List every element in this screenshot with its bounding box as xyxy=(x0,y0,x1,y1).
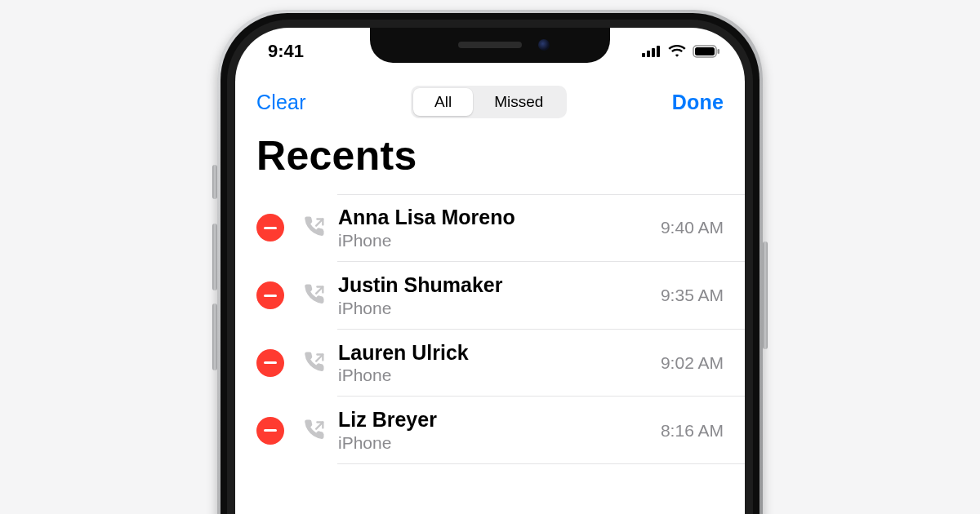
outgoing-call-icon xyxy=(302,352,328,374)
battery-icon xyxy=(693,45,720,58)
done-button[interactable]: Done xyxy=(672,91,724,114)
outgoing-call-icon xyxy=(302,284,328,307)
svg-rect-6 xyxy=(718,49,720,54)
call-row[interactable]: Anna Lisa Moreno iPhone 9:40 AM xyxy=(235,194,745,262)
status-indicators xyxy=(642,45,720,58)
volume-up-button[interactable] xyxy=(212,224,217,290)
volume-down-button[interactable] xyxy=(212,304,217,370)
call-line: iPhone xyxy=(338,231,651,250)
status-time: 9:41 xyxy=(268,41,304,62)
earpiece-speaker xyxy=(458,42,522,48)
wifi-icon xyxy=(668,45,686,58)
cellular-signal-icon xyxy=(642,46,662,57)
navigation-bar: Clear All Missed Done xyxy=(235,78,745,126)
screen: 9:41 Clear All Missed xyxy=(235,28,745,514)
caller-name: Lauren Ulrick xyxy=(338,341,651,365)
call-line: iPhone xyxy=(338,433,651,453)
call-row[interactable]: Justin Shumaker iPhone 9:35 AM xyxy=(235,262,745,330)
delete-row-button[interactable] xyxy=(256,214,284,241)
call-line: iPhone xyxy=(338,366,651,385)
call-row-main: Liz Breyer iPhone xyxy=(338,408,651,453)
side-button[interactable] xyxy=(763,241,768,349)
page-title: Recents xyxy=(256,132,724,179)
outgoing-call-icon xyxy=(302,419,328,442)
call-row-main: Lauren Ulrick iPhone xyxy=(338,341,651,386)
caller-name: Liz Breyer xyxy=(338,408,651,432)
segment-missed[interactable]: Missed xyxy=(473,88,564,116)
svg-rect-3 xyxy=(657,46,660,57)
call-row[interactable]: Lauren Ulrick iPhone 9:02 AM xyxy=(235,330,745,397)
recents-call-list[interactable]: Anna Lisa Moreno iPhone 9:40 AM Justin S… xyxy=(235,194,745,514)
call-row[interactable]: Liz Breyer iPhone 8:16 AM xyxy=(235,397,745,464)
delete-row-button[interactable] xyxy=(256,349,284,377)
call-time: 8:16 AM xyxy=(661,421,724,441)
svg-rect-5 xyxy=(695,47,715,55)
caller-name: Anna Lisa Moreno xyxy=(338,206,651,229)
call-time: 9:35 AM xyxy=(661,286,724,305)
svg-rect-0 xyxy=(642,53,645,57)
svg-rect-1 xyxy=(647,51,650,57)
notch xyxy=(370,28,610,63)
svg-rect-2 xyxy=(652,48,655,57)
call-time: 9:40 AM xyxy=(661,218,724,237)
call-time: 9:02 AM xyxy=(661,353,724,373)
call-row-main: Anna Lisa Moreno iPhone xyxy=(338,206,651,250)
call-line: iPhone xyxy=(338,299,651,318)
front-camera xyxy=(538,39,550,51)
clear-button[interactable]: Clear xyxy=(256,91,306,114)
caller-name: Justin Shumaker xyxy=(338,273,651,297)
call-row-main: Justin Shumaker iPhone xyxy=(338,273,651,318)
delete-row-button[interactable] xyxy=(256,281,284,309)
iphone-device-frame: 9:41 Clear All Missed xyxy=(217,10,763,514)
segment-all[interactable]: All xyxy=(413,88,473,116)
outgoing-call-icon xyxy=(302,216,328,239)
delete-row-button[interactable] xyxy=(256,417,284,445)
call-filter-segmented-control[interactable]: All Missed xyxy=(411,86,567,118)
mute-switch[interactable] xyxy=(212,165,217,199)
